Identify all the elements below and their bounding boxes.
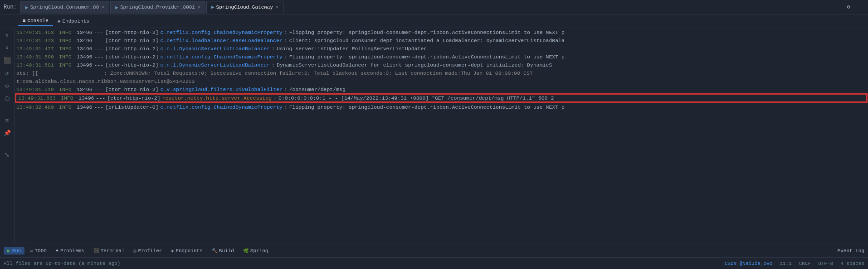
tab-label-provider: SpringCloud_Provider_8001 (120, 5, 195, 10)
run-icon-consumer: ▶ (25, 5, 29, 10)
log-pid: 13496 (77, 54, 93, 60)
log-thread: [ctor-http-nio-2] (105, 86, 158, 92)
run-button[interactable]: ▶ Run (4, 247, 24, 255)
log-line: ats: [[ ; Zone:UNKNOWN; Total Requests:0… (15, 69, 868, 77)
log-class: c.netflix.config.ChainedDynamicProperty (161, 29, 283, 35)
log-message: Flipping property: springcloud-consumer-… (289, 29, 565, 35)
log-level: INFO (59, 29, 75, 35)
log-pid: 13496 (77, 46, 93, 52)
log-line: 13:49:31.477 INFO 13496 --- [ctor-http-n… (15, 44, 868, 53)
tab-springcloud-consumer[interactable]: ▶ SpringCloud_Consumer_80 ✕ (20, 1, 109, 14)
problems-button[interactable]: ● Problems (52, 247, 88, 255)
play-icon: ▶ (7, 248, 10, 254)
scroll-down-icon[interactable]: ⬇ (2, 43, 13, 53)
log-message: Flipping property: springcloud-consumer-… (289, 54, 565, 60)
problems-icon: ● (56, 248, 59, 253)
filter-icon[interactable]: ⬡ (2, 93, 13, 104)
expand-icon[interactable]: ⤡ (2, 149, 13, 160)
log-level: INFO (59, 54, 75, 60)
log-time: 13:49:31.500 (16, 54, 57, 60)
build-button[interactable]: 🔨 Build (208, 247, 238, 255)
log-class: c.n.l.DynamicServerListLoadBalancer (161, 62, 270, 68)
rerun-icon[interactable]: ↺ (2, 68, 13, 79)
run-label: Run: (4, 4, 17, 10)
status-bar: All files are up-to-date (a minute ago) … (0, 257, 868, 269)
log-line: t:com.alibaba.cloud.nacos.ribbon.NacosSe… (15, 77, 868, 85)
terminal-button[interactable]: ⬛ Terminal (90, 247, 128, 255)
encoding: UTF-8 (818, 261, 833, 266)
console-tab[interactable]: ≡ Console (18, 16, 53, 26)
log-level: INFO (59, 38, 75, 43)
log-pid: 13496 (77, 29, 93, 35)
minimize-icon[interactable]: — (858, 4, 861, 10)
spring-button[interactable]: 🌿 Spring (239, 247, 272, 255)
log-sep: --- (96, 95, 106, 101)
spring-icon: 🌿 (243, 248, 249, 254)
log-class: reactor.netty.http.server.AccessLog (162, 95, 272, 101)
log-level: INFO (59, 104, 75, 110)
log-time: 13:49:31.663 (18, 95, 59, 101)
log-sep: --- (94, 54, 104, 60)
console-icon: ≡ (23, 18, 26, 24)
spring-label: Spring (250, 248, 268, 254)
bottom-toolbar: ▶ Run ☑ TODO ● Problems ⬛ Terminal ◎ Pro… (0, 244, 868, 257)
log-content[interactable]: 13:49:31.453 INFO 13496 --- [ctor-http-n… (15, 28, 868, 244)
endpoints-tab[interactable]: ◈ Endpoints (53, 16, 94, 26)
endpoints-bottom-label: Endpoints (176, 248, 202, 254)
todo-label: TODO (34, 248, 46, 254)
profiler-label: Profiler (138, 248, 162, 254)
log-time: 13:49:32.489 (16, 104, 57, 110)
log-time: 13:49:31.501 (16, 62, 57, 68)
todo-button[interactable]: ☑ TODO (26, 247, 50, 255)
pin-icon[interactable]: 📌 (2, 128, 13, 139)
tab-springcloud-gateway[interactable]: ▶ SpringCloud_Gateway ✕ (206, 1, 283, 14)
log-thread: [erListUpdater-0] (105, 104, 158, 110)
log-thread: [ctor-http-nio-2] (105, 62, 158, 68)
log-class: c.v.springcloud.filters.DivGlobalFilter (161, 86, 283, 92)
event-log-button[interactable]: Event Log (838, 248, 864, 254)
scroll-up-icon[interactable]: ⬆ (2, 30, 13, 41)
log-thread: [ctor-http-nio-2] (105, 29, 158, 35)
log-pid: 13496 (77, 62, 93, 68)
gear-icon[interactable]: ⚙ (2, 81, 13, 91)
problems-label: Problems (60, 248, 84, 254)
close-gateway-tab[interactable]: ✕ (276, 5, 278, 10)
sub-toolbar: ≡ Console ◈ Endpoints (0, 14, 868, 28)
csdn-link[interactable]: CSDN @NaiJia_OvO (725, 261, 773, 266)
settings-icon[interactable]: ⚙ (847, 4, 850, 10)
log-thread: [ctor-http-nio-2] (105, 46, 158, 52)
line-ending: CRLF (799, 261, 811, 266)
profiler-button[interactable]: ◎ Profiler (130, 247, 166, 255)
build-label: Build (219, 248, 234, 254)
close-consumer-tab[interactable]: ✕ (102, 5, 104, 10)
log-colon: : (272, 62, 275, 68)
log-pid: 13496 (78, 95, 94, 101)
log-thread: [ctor-http-nio-2] (107, 95, 160, 101)
todo-icon: ☑ (30, 248, 33, 254)
log-class: c.netflix.config.ChainedDynamicProperty (161, 54, 283, 60)
stop-icon[interactable]: ⬛ (2, 55, 13, 66)
log-line: 13:49:31.453 INFO 13496 --- [ctor-http-n… (15, 28, 868, 36)
close-provider-tab[interactable]: ✕ (198, 5, 200, 10)
log-level: INFO (59, 62, 75, 68)
log-message: Using serverListUpdater PollingServerLis… (277, 46, 427, 52)
log-scroll[interactable]: 13:49:31.453 INFO 13496 --- [ctor-http-n… (15, 28, 868, 244)
endpoints-label: Endpoints (62, 19, 89, 24)
log-level: INFO (61, 95, 77, 101)
log-time: 13:49:31.477 (16, 46, 57, 52)
run-icon-provider: ▶ (115, 5, 118, 10)
endpoints-bottom-button[interactable]: ◈ Endpoints (167, 247, 206, 255)
log-line: 13:49:31.501 INFO 13496 --- [ctor-http-n… (15, 61, 868, 69)
log-colon: : (284, 29, 288, 35)
log-class: c.n.l.DynamicServerListLoadBalancer (161, 46, 270, 52)
log-line: 13:49:31.473 INFO 13496 --- [ctor-http-n… (15, 36, 868, 44)
structure-icon[interactable]: ≡ (2, 115, 13, 126)
log-class: c.netflix.loadbalancer.BaseLoadBalancer (161, 38, 283, 43)
tab-label-consumer: SpringCloud_Consumer_80 (30, 5, 99, 10)
left-sidebar: ⬆ ⬇ ⬛ ↺ ⚙ ⬡ ≡ 📌 ⤡ (0, 28, 15, 244)
tab-springcloud-provider[interactable]: ▶ SpringCloud_Provider_8001 ✕ (110, 1, 205, 14)
log-message: DynamicServerListLoadBalancer for client… (277, 62, 552, 68)
log-colon: : (284, 38, 288, 43)
run-icon-gateway: ▶ (211, 4, 215, 10)
log-level: INFO (59, 46, 75, 52)
